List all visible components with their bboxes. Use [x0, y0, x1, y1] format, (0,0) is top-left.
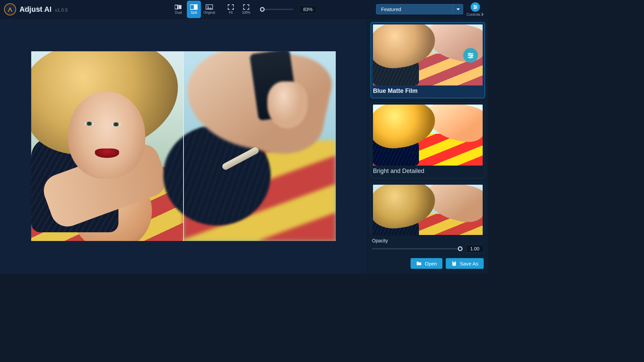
original-view-icon: [206, 4, 213, 10]
preset-category-value: Featured: [376, 4, 453, 14]
opacity-slider-thumb[interactable]: [458, 246, 463, 251]
save-icon: [451, 260, 457, 266]
controls-panel-button[interactable]: Controls: [467, 2, 484, 16]
zoom-fit-label: Fit: [229, 11, 232, 14]
svg-point-12: [470, 57, 471, 58]
svg-rect-4: [194, 5, 198, 9]
zoom-value[interactable]: 83%: [299, 5, 317, 14]
preset-thumb: [373, 185, 483, 235]
zoom-100-label: 100%: [242, 11, 251, 14]
view-original-button[interactable]: Original: [202, 1, 216, 18]
fullscreen-icon: [243, 4, 250, 10]
split-view-icon: [190, 4, 198, 10]
preset-thumb: [373, 24, 483, 85]
preset-bright-detailed[interactable]: Bright and Detailed: [371, 102, 485, 178]
svg-point-11: [471, 55, 473, 56]
preset-preset-3[interactable]: [371, 182, 485, 235]
view-toolbar: Dual Split Original Fit 100%: [171, 1, 317, 18]
svg-rect-1: [179, 5, 181, 9]
fit-icon: [227, 4, 234, 10]
view-split-label: Split: [191, 11, 197, 14]
opacity-slider[interactable]: [372, 248, 463, 249]
app-name: Adjust AI: [19, 5, 52, 14]
svg-rect-2: [178, 5, 178, 9]
preset-thumb: [373, 105, 483, 166]
view-split-button[interactable]: Split: [187, 1, 201, 18]
open-label: Open: [425, 261, 437, 266]
zoom-slider[interactable]: [260, 9, 293, 10]
view-original-label: Original: [204, 11, 215, 14]
adjust-preset-icon[interactable]: [463, 48, 478, 63]
titlebar: MacV… Adjust AI v1.0.5 Dual Split Origin…: [0, 0, 488, 19]
zoom-slider-thumb[interactable]: [260, 7, 265, 12]
svg-point-8: [476, 6, 477, 7]
chevron-down-icon: [457, 8, 460, 10]
zoom-fit-button[interactable]: Fit: [224, 1, 238, 18]
preset-blue-matte-film[interactable]: Blue Matte Film: [371, 22, 485, 98]
preset-category-toggle[interactable]: [453, 4, 463, 14]
view-dual-label: Dual: [175, 11, 182, 14]
chevron-right-icon: [481, 13, 484, 16]
save-as-label: Save As: [460, 261, 478, 266]
svg-point-10: [469, 53, 470, 55]
open-button[interactable]: Open: [411, 258, 442, 269]
opacity-label: Opacity: [372, 238, 484, 243]
zoom-100-button[interactable]: 100%: [239, 1, 253, 18]
controls-label: Controls: [467, 12, 480, 16]
preview-canvas[interactable]: [0, 19, 367, 274]
app-version: v1.0.5: [55, 7, 68, 13]
opacity-value[interactable]: 1.00: [466, 245, 484, 253]
preset-category-dropdown[interactable]: Featured: [376, 4, 463, 14]
preset-title: Blue Matte Film: [373, 87, 483, 95]
svg-point-7: [474, 5, 475, 6]
preset-title: Bright and Detailed: [373, 168, 483, 175]
svg-rect-0: [175, 5, 177, 9]
preset-list[interactable]: Blue Matte FilmBright and Detailed: [367, 19, 488, 235]
app-logo: [4, 3, 16, 15]
preview-image: [31, 51, 336, 241]
svg-point-9: [474, 8, 475, 9]
preset-sidebar: Blue Matte FilmBright and Detailed Opaci…: [367, 19, 488, 274]
sliders-icon: [471, 2, 480, 12]
folder-icon: [416, 260, 422, 266]
view-dual-button[interactable]: Dual: [171, 1, 185, 18]
split-divider[interactable]: [183, 51, 184, 241]
preview-before: [31, 51, 183, 241]
preview-after: [183, 51, 336, 241]
svg-point-6: [207, 6, 209, 7]
save-as-button[interactable]: Save As: [446, 258, 484, 269]
dual-view-icon: [175, 4, 182, 10]
